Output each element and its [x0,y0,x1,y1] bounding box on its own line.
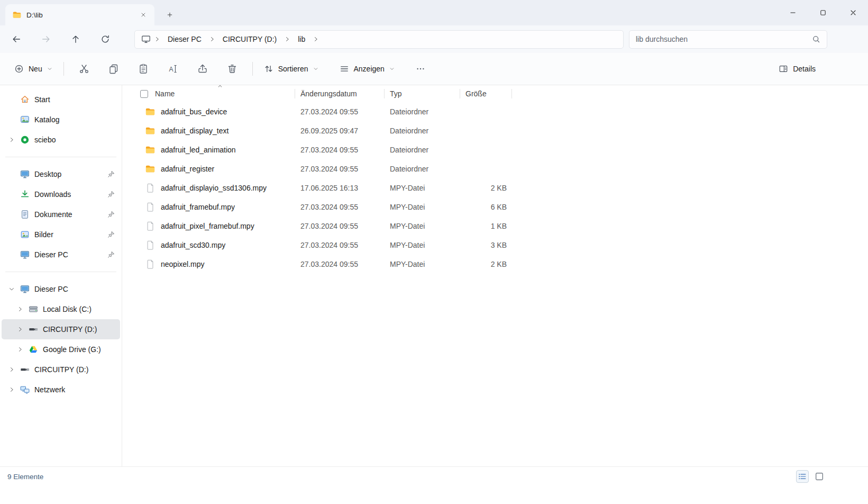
tab-title: D:\lib [26,11,131,19]
search-input[interactable] [636,35,808,43]
sidebar-item-dieser-pc[interactable]: Dieser PC [2,279,120,299]
usb-drive-icon [20,365,30,374]
file-list: Name Änderungsdatum Typ Größe adafruit_b… [122,85,868,466]
up-button[interactable] [67,30,85,48]
file-icon [145,259,155,269]
tab-close-button[interactable] [136,8,150,22]
gallery-icon [20,115,30,124]
column-header-type[interactable]: Typ [385,85,460,102]
file-type: Dateiordner [385,107,460,116]
delete-button[interactable] [222,59,243,78]
sidebar-item-sciebo[interactable]: sciebo [2,130,120,150]
sidebar-item-dokumente[interactable]: Dokumente [2,204,120,224]
sidebar-item-label: Dieser PC [34,250,68,259]
address-bar[interactable]: Dieser PC CIRCUITPY (D:) lib [134,30,624,49]
view-toggles [796,470,826,483]
file-row[interactable]: adafruit_scd30.mpy 27.03.2024 09:55 MPY-… [135,236,868,255]
plus-circle-icon [14,64,24,74]
sidebar-item-bilder[interactable]: Bilder [2,224,120,245]
download-icon [20,190,30,199]
back-arrow-icon [12,34,21,44]
chevron-right-icon [17,326,23,332]
sort-button[interactable]: Sortieren [258,59,324,78]
file-icon [145,221,155,231]
sidebar-item-label: Google Drive (G:) [43,345,101,354]
column-header-date[interactable]: Änderungsdatum [295,85,385,102]
search-icon[interactable] [812,35,820,43]
file-name: adafruit_display_text [161,127,229,135]
minimize-icon [789,8,797,17]
file-name: adafruit_bus_device [161,107,227,116]
sidebar-item-downloads[interactable]: Downloads [2,184,120,204]
file-icon [145,183,155,193]
rename-button[interactable] [162,59,184,78]
sidebar-item-desktop[interactable]: Desktop [2,164,120,184]
file-date: 27.03.2024 09:55 [295,107,385,116]
file-date: 26.09.2025 09:47 [295,127,385,135]
file-row[interactable]: adafruit_displayio_ssd1306.mpy 17.06.202… [135,178,868,197]
up-arrow-icon [71,34,80,44]
cut-button[interactable] [74,59,95,78]
google-drive-icon [29,345,38,354]
sidebar-separator [5,157,116,157]
file-row[interactable]: adafruit_framebuf.mpy 27.03.2024 09:55 M… [135,197,868,217]
file-row[interactable]: adafruit_display_text 26.09.2025 09:47 D… [135,121,868,140]
sidebar-item-circuitpy-d[interactable]: CIRCUITPY (D:) [2,319,120,339]
chevron-down-icon [8,286,15,292]
home-icon [20,95,30,104]
sidebar-item-google-drive-g[interactable]: Google Drive (G:) [2,339,120,359]
sidebar-item-dieser-pc-pinned[interactable]: Dieser PC [2,245,120,265]
pin-icon [107,211,115,218]
share-icon [197,64,208,74]
large-icons-view-button[interactable] [813,470,826,483]
select-all-checkbox[interactable] [140,90,148,98]
chevron-down-icon [313,66,318,71]
share-button[interactable] [192,59,213,78]
details-view-button[interactable] [796,470,809,483]
sidebar-item-start[interactable]: Start [2,89,120,110]
sidebar-item-circuitpy-d-2[interactable]: CIRCUITPY (D:) [2,359,120,380]
new-button[interactable]: Neu [8,59,58,78]
sidebar-item-netzwerk[interactable]: Netzwerk [2,380,120,400]
chevron-spacer [8,251,15,258]
file-row[interactable]: adafruit_bus_device 27.03.2024 09:55 Dat… [135,102,868,121]
more-options-button[interactable] [410,59,431,78]
file-row[interactable]: adafruit_pixel_framebuf.mpy 27.03.2024 0… [135,217,868,236]
copy-button[interactable] [103,59,124,78]
explorer-tab[interactable]: D:\lib [5,4,154,25]
details-button[interactable]: Details [773,59,821,78]
file-date: 27.03.2024 09:55 [295,260,385,268]
file-row[interactable]: neopixel.mpy 27.03.2024 09:55 MPY-Datei … [135,255,868,274]
sidebar-item-katalog[interactable]: Katalog [2,110,120,130]
maximize-icon [819,8,827,17]
sidebar-item-label: CIRCUITPY (D:) [34,365,88,374]
file-row[interactable]: adafruit_led_animation 27.03.2024 09:55 … [135,140,868,159]
file-row[interactable]: adafruit_register 27.03.2024 09:55 Datei… [135,159,868,178]
file-name: adafruit_led_animation [161,146,236,154]
paste-button[interactable] [133,59,154,78]
copy-icon [108,64,119,74]
file-type: MPY-Datei [385,241,460,249]
column-header-size[interactable]: Größe [460,85,512,102]
new-tab-button[interactable] [162,7,178,22]
back-button[interactable] [7,30,25,48]
maximize-button[interactable] [808,0,838,25]
breadcrumb-lib[interactable]: lib [294,33,309,45]
column-header-name[interactable]: Name [150,85,295,102]
breadcrumb-dieser-pc[interactable]: Dieser PC [163,33,206,45]
breadcrumb-circuitpy[interactable]: CIRCUITPY (D:) [218,33,281,45]
sidebar-item-label: Dokumente [34,210,72,219]
window-controls [778,0,868,25]
forward-button[interactable] [37,30,55,48]
view-button[interactable]: Anzeigen [334,59,400,78]
chevron-spacer [8,170,15,178]
sidebar-item-local-disk-c[interactable]: Local Disk (C:) [2,299,120,319]
file-type: MPY-Datei [385,260,460,268]
chevron-right-icon [17,306,23,312]
details-pane-icon [779,64,788,74]
refresh-button[interactable] [96,30,114,48]
close-button[interactable] [838,0,868,25]
sidebar-item-label: Start [34,95,50,104]
file-name: adafruit_register [161,165,214,173]
minimize-button[interactable] [778,0,808,25]
